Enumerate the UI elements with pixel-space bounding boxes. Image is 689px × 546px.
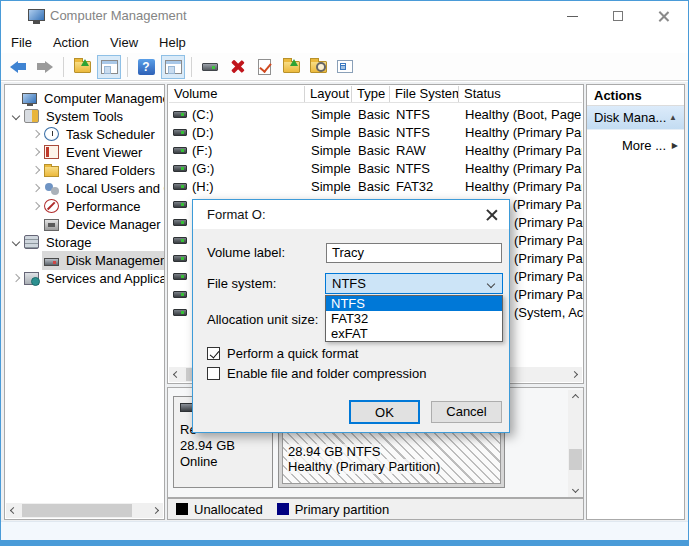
legend-primary-label: Primary partition [295,502,390,517]
option-ntfs[interactable]: NTFS [326,296,502,311]
back-icon [10,61,26,73]
event-viewer-icon [44,145,59,159]
menu-action[interactable]: Action [53,35,89,50]
column-header-layout[interactable]: Layout [305,86,352,102]
console-tree-panel: Computer Management (l System Tools Task… [4,84,165,520]
quick-format-checkbox[interactable] [207,347,220,360]
volume-row-c[interactable]: (C:)SimpleBasicNTFSHealthy (Boot, Page F [169,105,582,123]
expander-collapsed-icon[interactable] [30,149,42,155]
tree-item-services-applications[interactable]: Services and Applicatio [6,269,163,287]
collapse-icon[interactable]: ▲ [669,106,677,130]
checklist-button[interactable] [333,55,357,79]
menu-file[interactable]: File [11,35,32,50]
volume-row-d[interactable]: (D:)SimpleBasicNTFSHealthy (Primary Part [169,123,582,141]
tree-item-computer-management[interactable]: Computer Management (l [6,89,163,107]
scroll-left-icon[interactable] [6,503,21,518]
tree-item-shared-folders[interactable]: Shared Folders [6,161,163,179]
system-tools-icon [24,109,39,123]
column-header-status[interactable]: Status [459,86,582,102]
show-console-tree-icon [101,60,118,74]
performance-icon [44,199,59,213]
scrollbar-thumb[interactable] [569,449,582,470]
legend-unallocated-label: Unallocated [194,502,263,517]
expander-collapsed-icon[interactable] [30,167,42,173]
actions-group-disk-management[interactable]: Disk Mana...▲ [587,106,684,130]
tree-horizontal-scrollbar[interactable] [6,503,163,518]
tree-item-storage[interactable]: Storage [6,233,163,251]
expander-collapsed-icon[interactable] [30,203,42,209]
dialog-close-icon[interactable] [485,208,498,221]
scroll-up-icon[interactable] [568,390,583,405]
scroll-left-icon[interactable] [169,367,184,382]
file-system-combobox[interactable]: NTFS [325,273,503,294]
minimize-icon [567,16,578,17]
option-exfat[interactable]: exFAT [326,326,502,341]
ok-button[interactable]: OK [349,400,420,424]
file-system-caption: File system: [207,276,276,291]
column-header-file-system[interactable]: File System [390,86,459,102]
partition-size-fs: 28.94 GB NTFS [287,444,381,459]
tree-item-system-tools[interactable]: System Tools [6,107,163,125]
scrollbar-thumb[interactable] [22,504,132,517]
minimize-button[interactable] [549,1,595,31]
compression-row: Enable file and folder compression [207,366,426,381]
tree-item-disk-management[interactable]: Disk Management [6,251,163,269]
tree-item-task-scheduler[interactable]: Task Scheduler [6,125,163,143]
disk-vertical-scrollbar[interactable] [568,390,583,497]
help-button[interactable] [134,55,158,79]
volume-label-input[interactable]: Tracy [326,243,502,263]
tree-item-event-viewer[interactable]: Event Viewer [6,143,163,161]
delete-button[interactable] [225,55,249,79]
properties-button[interactable] [252,55,276,79]
column-header-volume[interactable]: Volume [169,86,305,102]
up-folder-icon [74,61,91,73]
delete-icon [230,59,245,74]
window-bottom-border [1,540,688,545]
forward-icon [37,61,53,73]
menu-help[interactable]: Help [159,35,186,50]
show-console-tree-button[interactable] [97,55,121,79]
expander-collapsed-icon[interactable] [30,131,42,137]
volume-icon [173,111,187,118]
more-arrow-icon: ▶ [672,135,678,157]
volume-icon [173,183,187,190]
scroll-right-icon[interactable] [148,503,163,518]
disk-tool-button[interactable] [198,55,222,79]
volume-icon [173,273,187,280]
option-fat32[interactable]: FAT32 [326,311,502,326]
tree-item-device-manager[interactable]: Device Manager [6,215,163,233]
close-button[interactable] [641,1,687,31]
actions-more-item[interactable]: More ...▶ [587,135,684,157]
back-button[interactable] [6,55,30,79]
folder-find-button[interactable] [306,55,330,79]
folder-up-button[interactable] [279,55,303,79]
volume-icon [173,219,187,226]
disk-size: 28.94 GB [180,438,235,453]
volume-row-f[interactable]: (F:)SimpleBasicRAWHealthy (Primary Part [169,141,582,159]
volume-row-g[interactable]: (G:)SimpleBasicNTFSHealthy (Primary Part [169,159,582,177]
volume-icon [173,309,187,316]
up-folder-button[interactable] [70,55,94,79]
menu-view[interactable]: View [110,35,138,50]
compression-checkbox[interactable] [207,367,220,380]
expander-collapsed-icon[interactable] [30,185,42,191]
scroll-down-icon[interactable] [568,482,583,497]
tree-item-local-users[interactable]: Local Users and Gro [6,179,163,197]
show-action-pane-button[interactable] [161,55,185,79]
scroll-right-icon[interactable] [567,367,582,382]
forward-button[interactable] [33,55,57,79]
expander-expanded-icon[interactable] [10,113,22,119]
volume-row-h[interactable]: (H:)SimpleBasicFAT32Healthy (Primary Par… [169,177,582,195]
column-header-type[interactable]: Type [352,86,390,102]
status-bar [1,521,688,542]
cancel-button[interactable]: Cancel [431,401,502,423]
task-scheduler-icon [44,127,59,141]
folder-up-icon [283,61,300,73]
volume-icon [173,237,187,244]
file-system-dropdown-list: NTFS FAT32 exFAT [325,295,503,342]
tree-item-performance[interactable]: Performance [6,197,163,215]
menu-bar: File Action View Help [1,31,688,53]
maximize-button[interactable] [595,1,641,31]
expander-expanded-icon[interactable] [10,239,22,245]
expander-collapsed-icon[interactable] [10,275,22,281]
